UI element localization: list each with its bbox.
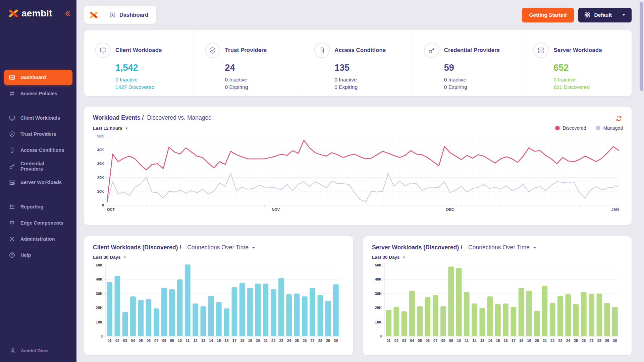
svg-text:07: 07	[433, 339, 437, 343]
access-policies-icon	[9, 90, 15, 97]
svg-text:10: 10	[457, 339, 461, 343]
server-workloads-chart-title: Server Workloads (Discovered) / Connecti…	[372, 244, 537, 251]
stat-title: Server Workloads	[553, 47, 602, 54]
svg-text:11: 11	[185, 339, 190, 343]
stat-card-client-workloads: Client Workloads 1,542 0 Inactive 1427 D…	[84, 30, 194, 96]
sidebar-item-access-conditions[interactable]: Access Conditions	[4, 142, 72, 158]
svg-text:09: 09	[170, 339, 174, 343]
svg-text:02: 02	[394, 339, 398, 343]
workspace-selector[interactable]: Default	[578, 8, 632, 22]
legend-item-managed[interactable]: Managed	[596, 125, 623, 131]
stat-title: Client Workloads	[115, 47, 162, 54]
dashboard-crumb-icon	[109, 12, 116, 18]
chevron-down-icon	[402, 255, 406, 259]
stat-card-credential-providers: Credential Providers 59 0 Inactive 0 Exp…	[413, 30, 522, 96]
sidebar-item-dashboard[interactable]: Dashboard	[4, 70, 72, 85]
stat-value: 135	[334, 63, 409, 73]
svg-text:24: 24	[566, 339, 571, 343]
main-content: Dashboard Getting Started Default Client…	[76, 0, 644, 355]
vertical-scrollbar[interactable]	[640, 2, 643, 91]
svg-text:03: 03	[402, 339, 406, 343]
stat-card-server-workloads: Server Workloads 652 0 Inactive 621 Disc…	[522, 30, 632, 96]
sidebar-item-reporting[interactable]: Reporting	[4, 199, 72, 215]
svg-text:13: 13	[480, 339, 484, 343]
time-range-dropdown[interactable]: Last 12 hours	[93, 126, 128, 131]
sidebar-item-help[interactable]: Help	[4, 247, 72, 263]
stat-subline: 0 Inactive	[444, 76, 519, 83]
svg-text:40K: 40K	[375, 277, 382, 281]
svg-text:29: 29	[605, 339, 609, 343]
svg-text:28: 28	[597, 339, 601, 343]
svg-text:22: 22	[271, 339, 275, 343]
grid-icon	[584, 12, 590, 18]
svg-text:24: 24	[287, 339, 291, 343]
reporting-icon	[9, 203, 15, 210]
brand-logo: aembit	[8, 8, 52, 19]
stat-subline: 0 Inactive	[225, 76, 300, 83]
stat-card-trust-providers: Trust Providers 24 0 Inactive 0 Expiring	[194, 30, 303, 96]
person-icon	[9, 347, 16, 354]
card-title-sub: Discovered vs. Managed	[147, 114, 212, 121]
svg-text:18: 18	[519, 339, 523, 343]
access-conditions-icon	[9, 147, 15, 154]
aembit-docs-link[interactable]: Aembit Docs	[0, 347, 76, 362]
sidebar-item-label: Access Conditions	[20, 147, 64, 153]
breadcrumb-label: Dashboard	[119, 12, 148, 18]
sidebar-item-server-workloads[interactable]: Server Workloads	[4, 175, 72, 190]
stat-title: Access Conditions	[334, 47, 386, 54]
svg-text:19: 19	[248, 339, 252, 343]
sidebar-item-administration[interactable]: Administration	[4, 231, 72, 247]
discovered-dot	[555, 126, 560, 130]
managed-dot	[596, 126, 600, 130]
svg-text:23: 23	[279, 339, 283, 343]
sidebar-collapse-icon[interactable]	[63, 10, 71, 17]
refresh-icon[interactable]	[615, 114, 623, 122]
server-workloads-chart-card: Server Workloads (Discovered) / Connecti…	[363, 236, 632, 355]
stat-subline: 0 Inactive	[115, 76, 190, 83]
time-range-dropdown[interactable]: Last 30 Days	[93, 255, 127, 260]
sidebar-item-label: Trust Providers	[20, 131, 56, 137]
chevron-down-icon	[533, 246, 537, 250]
conditions-icon	[314, 43, 330, 58]
svg-text:0: 0	[380, 334, 382, 338]
svg-text:09: 09	[449, 339, 453, 343]
aembit-x-icon	[8, 9, 19, 18]
svg-text:05: 05	[139, 339, 143, 343]
svg-text:10K: 10K	[375, 320, 382, 324]
breadcrumb-dashboard[interactable]: Dashboard	[103, 12, 156, 18]
monitor-icon	[95, 43, 111, 58]
sidebar-item-label: Credential Providers	[20, 161, 68, 172]
svg-text:03: 03	[123, 339, 127, 343]
metric-dropdown[interactable]: Connections Over Time	[468, 244, 537, 251]
breadcrumb-home-logo[interactable]	[84, 6, 103, 24]
sidebar-item-client-workloads[interactable]: Client Workloads	[4, 110, 72, 126]
svg-text:40K: 40K	[96, 277, 103, 281]
svg-text:11: 11	[465, 339, 469, 343]
svg-text:10K: 10K	[97, 189, 104, 193]
svg-text:06: 06	[147, 339, 151, 343]
stat-subline: 0 Inactive	[334, 76, 409, 83]
sidebar-item-label: Access Policies	[20, 91, 57, 96]
svg-text:20: 20	[535, 339, 539, 343]
svg-text:40K: 40K	[97, 148, 104, 152]
getting-started-button[interactable]: Getting Started	[522, 8, 574, 22]
stat-card-access-conditions: Access Conditions 135 0 Inactive 0 Expir…	[303, 30, 413, 96]
sidebar-item-edge-components[interactable]: Edge Components	[4, 215, 72, 231]
sidebar-item-label: Server Workloads	[20, 180, 62, 185]
svg-text:26: 26	[582, 339, 586, 343]
workload-events-card: Workload Events / Discovered vs. Managed…	[84, 107, 632, 225]
sidebar-item-label: Edge Components	[20, 220, 63, 226]
dashboard-icon	[9, 74, 15, 81]
stat-title: Credential Providers	[444, 47, 500, 54]
sidebar-item-credential-providers[interactable]: Credential Providers	[4, 159, 72, 174]
svg-text:02: 02	[115, 339, 119, 343]
metric-dropdown[interactable]: Connections Over Time	[187, 244, 256, 251]
sidebar-item-trust-providers[interactable]: Trust Providers	[4, 126, 72, 142]
sidebar-item-access-policies[interactable]: Access Policies	[4, 86, 72, 101]
legend-item-discovered[interactable]: Discovered	[555, 125, 586, 131]
time-range-dropdown[interactable]: Last 30 Days	[372, 255, 406, 260]
client-workloads-chart-card: Client Workloads (Discovered) / Connecti…	[84, 236, 353, 355]
stat-value: 1,542	[115, 63, 190, 73]
stat-subline: 0 Expiring	[225, 83, 300, 91]
stat-value: 24	[225, 63, 300, 73]
